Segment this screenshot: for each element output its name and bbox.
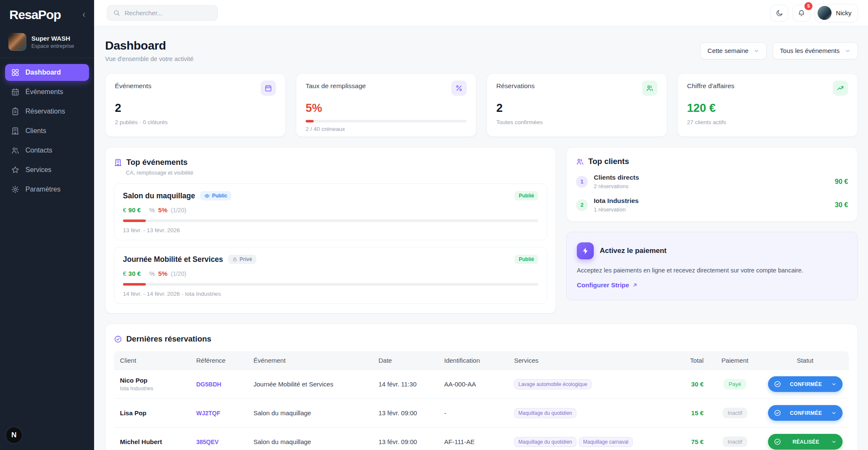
sidebar-item-evenements[interactable]: Événements bbox=[5, 83, 89, 100]
stat-card-reservations: Réservations 2 Toutes confirmées bbox=[487, 73, 667, 137]
sidebar-item-label: Clients bbox=[25, 127, 46, 135]
stat-value: 120 € bbox=[687, 102, 848, 115]
client-name: Michel Hubert bbox=[120, 438, 184, 445]
events-filter-select[interactable]: Tous les événements bbox=[773, 42, 858, 59]
user-name: Nicky bbox=[836, 9, 851, 17]
event-cell: Journée Mobilité et Services bbox=[248, 370, 373, 399]
stat-value: 5% bbox=[306, 102, 467, 115]
panel-subtitle: CA, remplissage et visibilité bbox=[126, 169, 547, 176]
total-amount: 30 € bbox=[691, 381, 704, 388]
building-icon bbox=[114, 158, 122, 167]
column-header: Client bbox=[114, 351, 190, 370]
top-client-item[interactable]: 2 Iota Industries 1 réservation 30 € bbox=[576, 197, 848, 213]
stat-card-taux-remplissage: Taux de remplissage 5% 2 / 40 créneaux bbox=[296, 73, 476, 137]
panel-title: Top événements bbox=[126, 158, 188, 167]
sidebar-item-dashboard[interactable]: Dashboard bbox=[5, 64, 89, 81]
payment-promo-card: Activez le paiement Acceptez les paiemen… bbox=[566, 232, 858, 300]
sidebar-item-clients[interactable]: Clients bbox=[5, 122, 89, 139]
payment-status-badge: Payé bbox=[723, 379, 746, 389]
service-badge: Maquillage du quotidien bbox=[514, 437, 576, 447]
lock-icon bbox=[232, 257, 237, 262]
eye-icon bbox=[204, 193, 210, 199]
table-row[interactable]: Nico PopIota Industries DG5BDH Journée M… bbox=[114, 370, 849, 399]
event-dates: 14 févr. - 14 févr. 2026 · Iota Industri… bbox=[123, 291, 538, 297]
stat-label: Taux de remplissage bbox=[306, 82, 366, 90]
stat-sub: 27 clients actifs bbox=[687, 119, 848, 125]
event-progressbar bbox=[123, 283, 538, 286]
column-header: Paiement bbox=[709, 351, 760, 370]
chevron-down-icon bbox=[831, 439, 837, 444]
chevron-down-icon bbox=[754, 48, 760, 54]
page-subtitle: Vue d'ensemble de votre activité bbox=[105, 56, 194, 62]
client-amount: 30 € bbox=[835, 201, 848, 209]
search-input[interactable] bbox=[125, 9, 211, 17]
sidebar-collapse-button[interactable] bbox=[81, 11, 87, 18]
event-fill-detail: (1/20) bbox=[171, 207, 186, 214]
nextjs-dev-badge[interactable]: N bbox=[6, 427, 22, 443]
workspace-switcher[interactable]: Super WASH Espace entreprise bbox=[0, 28, 94, 58]
reservation-status-dropdown[interactable]: CONFIRMÉE bbox=[768, 376, 843, 392]
column-header: Total bbox=[673, 351, 709, 370]
event-dates: 13 févr. - 13 févr. 2026 bbox=[123, 227, 538, 233]
payment-description: Acceptez les paiements en ligne et recev… bbox=[577, 266, 847, 275]
payment-title: Activez le paiement bbox=[600, 247, 667, 255]
page-header: Dashboard Vue d'ensemble de votre activi… bbox=[105, 39, 858, 62]
workspace-type: Espace entreprise bbox=[31, 43, 74, 49]
table-row[interactable]: Lisa Pop WJ2TQF Salon du maquillage 13 f… bbox=[114, 399, 849, 428]
reservation-reference-link[interactable]: 385QEV bbox=[196, 439, 219, 445]
sidebar-item-contacts[interactable]: Contacts bbox=[5, 142, 89, 159]
table-row[interactable]: Michel Hubert 385QEV Salon du maquillage… bbox=[114, 428, 849, 450]
arrow-up-right-icon bbox=[632, 282, 638, 288]
event-fill-detail: (1/20) bbox=[171, 270, 186, 277]
event-status-badge: Publié bbox=[515, 255, 538, 264]
sidebar: ResaPop Super WASH Espace entreprise Das… bbox=[0, 0, 94, 450]
user-menu[interactable]: Nicky bbox=[815, 4, 858, 22]
table-header-row: Client Référence Événement Date Identifi… bbox=[114, 351, 849, 370]
reservation-status-dropdown[interactable]: RÉALISÉE bbox=[768, 434, 843, 450]
check-circle-icon bbox=[114, 335, 122, 343]
payment-status-badge: Inactif bbox=[723, 408, 748, 418]
main-area: 5 Nicky Dashboard Vue d'ensemble de votr… bbox=[94, 0, 868, 450]
events-filter-value: Tous les événements bbox=[780, 47, 840, 54]
period-filter-select[interactable]: Cette semaine bbox=[700, 42, 767, 59]
reservation-reference-link[interactable]: WJ2TQF bbox=[196, 410, 220, 417]
stat-label: Réservations bbox=[496, 82, 534, 90]
client-company: Iota Industries bbox=[120, 386, 184, 392]
reservation-status-dropdown[interactable]: CONFIRMÉE bbox=[768, 405, 843, 421]
page-title-block: Dashboard Vue d'ensemble de votre activi… bbox=[105, 39, 194, 62]
status-label: CONFIRMÉE bbox=[785, 381, 827, 387]
client-amount: 90 € bbox=[835, 178, 848, 186]
top-client-item[interactable]: 1 Clients directs 2 réservations 90 € bbox=[576, 174, 848, 189]
stat-sub: Toutes confirmées bbox=[496, 119, 657, 125]
moon-icon bbox=[776, 9, 783, 17]
clipboard-icon bbox=[11, 107, 19, 116]
workspace-meta: Super WASH Espace entreprise bbox=[31, 35, 74, 49]
notifications-button[interactable]: 5 bbox=[793, 5, 810, 22]
app-logo: ResaPop bbox=[9, 8, 61, 22]
page-filters: Cette semaine Tous les événements bbox=[700, 42, 858, 59]
top-event-item[interactable]: Journée Mobilité et Services Privé Publi… bbox=[114, 247, 547, 304]
users-icon bbox=[11, 146, 19, 155]
column-header: Services bbox=[508, 351, 673, 370]
sidebar-item-services[interactable]: Services bbox=[5, 161, 89, 178]
date-cell: 13 févr. 09:00 bbox=[373, 428, 438, 450]
page-title: Dashboard bbox=[105, 39, 194, 53]
reservation-reference-link[interactable]: DG5BDH bbox=[196, 381, 221, 388]
event-progressbar bbox=[123, 219, 538, 222]
panel-title: Dernières réservations bbox=[126, 334, 211, 344]
search-bar[interactable] bbox=[107, 5, 218, 21]
client-name: Lisa Pop bbox=[120, 409, 184, 417]
sidebar-item-reservations[interactable]: Réservations bbox=[5, 103, 89, 120]
chevron-down-icon bbox=[831, 381, 837, 387]
sidebar-item-parametres[interactable]: Paramètres bbox=[5, 181, 89, 198]
service-badge: Maquillage du quotidien bbox=[514, 408, 576, 418]
stat-label: Chiffre d'affaires bbox=[687, 82, 734, 90]
top-events-panel: Top événements CA, remplissage et visibi… bbox=[105, 147, 556, 314]
top-event-item[interactable]: Salon du maquillage Public Publié €90 € bbox=[114, 183, 547, 240]
fill-rate-progressbar bbox=[306, 120, 467, 122]
configure-stripe-link[interactable]: Configurer Stripe bbox=[577, 281, 638, 289]
reservations-table: Client Référence Événement Date Identifi… bbox=[114, 351, 849, 450]
building-icon bbox=[11, 127, 19, 135]
sidebar-item-label: Paramètres bbox=[25, 186, 61, 193]
dark-mode-button[interactable] bbox=[771, 5, 788, 22]
